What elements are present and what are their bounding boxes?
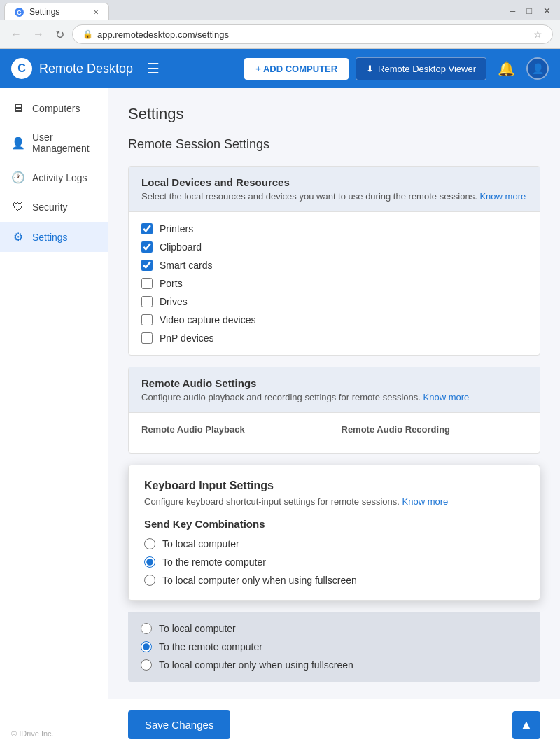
clipboard-checkbox[interactable] [141,241,153,253]
audio-playback-label: Remote Audio Playback [141,424,328,435]
sidebar-label-settings: Settings [32,232,68,243]
topbar-logo: C Remote Desktop [11,58,133,79]
local2-radio[interactable] [141,623,152,634]
checkbox-pnp: PnP devices [141,332,527,344]
window-controls: – □ ✕ [505,4,556,19]
local-devices-header: Local Devices and Resources Select the l… [129,167,540,212]
printers-label[interactable]: Printers [160,223,193,234]
tab-close-button[interactable]: ✕ [93,8,99,16]
svg-text:G: G [17,8,22,15]
remote1-label[interactable]: To the remote computer [162,556,266,568]
app-title: Remote Desktop [39,62,133,76]
fullscreen2-label[interactable]: To local computer only when using fullsc… [159,659,354,671]
download-label: Remote Desktop Viewer [378,64,476,74]
remote2-label[interactable]: To the remote computer [159,641,262,652]
sidebar-label-security: Security [32,202,68,213]
sidebar-footer: © IDrive Inc. [0,722,108,744]
close-button[interactable]: ✕ [538,4,556,17]
settings-icon: ⚙ [11,230,25,244]
keyboard-radio-list: To local computer To the remote computer… [144,538,524,586]
forward-button[interactable]: → [29,27,48,42]
pnp-label[interactable]: PnP devices [160,332,214,344]
sidebar: 🖥 Computers 👤 User Management 🕐 Activity… [0,88,108,744]
user-management-icon: 👤 [11,136,25,150]
back-button[interactable]: ← [7,27,25,42]
keyboard-know-more[interactable]: Know more [402,496,449,507]
sidebar-item-security[interactable]: 🛡 Security [0,192,108,222]
checkbox-ports: Ports [141,278,527,289]
local-devices-desc: Select the local resources and devices y… [141,191,527,202]
remote-audio-header: Remote Audio Settings Configure audio pl… [129,367,540,413]
smart-cards-checkbox[interactable] [141,260,153,271]
sidebar-item-user-management[interactable]: 👤 User Management [0,123,108,162]
local-devices-know-more[interactable]: Know more [479,191,526,202]
remote-audio-desc: Configure audio playback and recording s… [141,392,527,402]
printers-checkbox[interactable] [141,223,153,234]
url-text: app.remotedesktop.com/settings [97,29,229,40]
menu-button[interactable]: ☰ [144,57,162,80]
video-capture-label[interactable]: Video capture devices [160,314,256,325]
security-icon: 🛡 [11,201,25,213]
local2-label[interactable]: To local computer [159,623,236,634]
save-area: Save Changes ▲ [108,699,560,744]
local-devices-card: Local Devices and Resources Select the l… [128,166,540,356]
topbar-actions: + ADD COMPUTER ⬇ Remote Desktop Viewer 🔔… [244,56,549,81]
bookmark-icon: ☆ [533,29,542,40]
add-computer-button[interactable]: + ADD COMPUTER [244,58,349,80]
background-radio-list: To local computer To the remote computer… [141,623,528,671]
ports-checkbox[interactable] [141,278,153,289]
scroll-to-top-button[interactable]: ▲ [512,711,540,739]
checkbox-video: Video capture devices [141,314,527,325]
drives-label[interactable]: Drives [160,296,188,307]
drives-checkbox[interactable] [141,296,153,307]
minimize-button[interactable]: – [505,4,520,17]
radio-remote2: To the remote computer [141,641,528,652]
radio-local1: To local computer [144,538,524,549]
sidebar-item-computers[interactable]: 🖥 Computers [0,94,108,123]
checkbox-drives: Drives [141,296,527,307]
save-changes-button[interactable]: Save Changes [128,710,230,739]
radio-remote1: To the remote computer [144,556,524,568]
download-button[interactable]: ⬇ Remote Desktop Viewer [356,57,486,80]
smart-cards-label[interactable]: Smart cards [160,260,212,271]
main-layout: 🖥 Computers 👤 User Management 🕐 Activity… [0,88,560,744]
address-bar[interactable]: 🔒 app.remotedesktop.com/settings ☆ [72,24,553,44]
browser-window: G Settings ✕ – □ ✕ ← → ↻ 🔒 app.remotedes… [0,0,560,744]
computers-icon: 🖥 [11,102,25,115]
fullscreen1-label[interactable]: To local computer only when using fullsc… [162,575,357,586]
fullscreen2-radio[interactable] [141,659,152,671]
sidebar-label-computers: Computers [32,103,80,114]
remote-audio-title: Remote Audio Settings [141,377,527,389]
user-avatar-button[interactable]: 👤 [526,57,549,80]
remote1-radio[interactable] [144,556,155,568]
keyboard-popup-title: Keyboard Input Settings [144,479,524,492]
activity-logs-icon: 🕐 [11,171,25,184]
keyboard-popup: Keyboard Input Settings Configure keyboa… [128,465,540,601]
pnp-checkbox[interactable] [141,332,153,344]
sidebar-label-activity-logs: Activity Logs [32,172,88,183]
sidebar-item-settings[interactable]: ⚙ Settings [0,222,108,252]
active-tab[interactable]: G Settings ✕ [4,3,109,20]
checkbox-clipboard: Clipboard [141,241,527,253]
sidebar-item-activity-logs[interactable]: 🕐 Activity Logs [0,162,108,192]
clipboard-label[interactable]: Clipboard [160,241,202,253]
reload-button[interactable]: ↻ [52,27,68,43]
maximize-button[interactable]: □ [522,4,537,17]
local1-radio[interactable] [144,538,155,549]
local-devices-body: Printers Clipboard Smart cards [129,212,540,355]
remote-audio-know-more[interactable]: Know more [424,392,470,402]
content-area: Settings Remote Session Settings Local D… [108,88,560,744]
audio-recording-col: Remote Audio Recording [342,424,528,442]
video-capture-checkbox[interactable] [141,314,153,325]
remote2-radio[interactable] [141,641,152,652]
checkbox-smart-cards: Smart cards [141,260,527,271]
sidebar-label-user-management: User Management [32,132,97,154]
ports-label[interactable]: Ports [160,278,183,289]
tab-title: Settings [29,7,59,17]
content-inner: Settings Remote Session Settings Local D… [108,88,560,699]
checkbox-list: Printers Clipboard Smart cards [141,223,527,344]
radio-fullscreen2: To local computer only when using fullsc… [141,659,528,671]
local1-label[interactable]: To local computer [162,538,239,549]
notifications-button[interactable]: 🔔 [493,56,519,81]
fullscreen1-radio[interactable] [144,575,155,586]
